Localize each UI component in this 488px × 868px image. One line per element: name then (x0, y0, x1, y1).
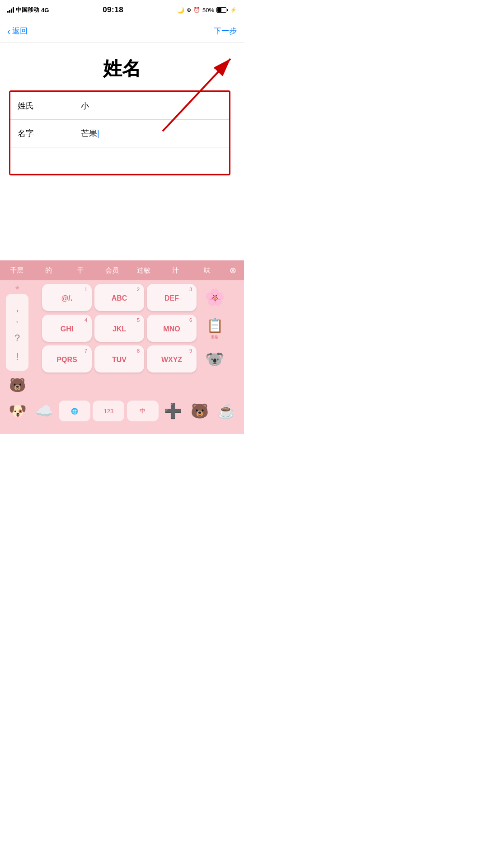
key-2-number: 2 (137, 287, 140, 292)
punctuation-key[interactable]: , ° ? ! (6, 294, 28, 371)
key-9[interactable]: 9 WXYZ (147, 345, 197, 373)
battery-label: 50% (202, 7, 214, 14)
page-title-area: 姓名 (0, 42, 244, 90)
navigation-bar: ‹ 返回 下一步 (0, 20, 244, 42)
alarm-icon: ⏰ (193, 7, 200, 13)
key-8-label: TUV (112, 356, 127, 364)
keyboard-main: ★ , ° ? ! 🐻 1 @/. (0, 280, 244, 434)
key-6-number: 6 (189, 317, 192, 323)
reorder-button[interactable]: 📋 重输 (199, 315, 230, 342)
delete-key[interactable]: 🌸 (199, 284, 230, 311)
key-4-label: GHI (61, 325, 73, 333)
keyboard-row-1: 1 @/. 2 ABC 3 DEF 🌸 (33, 284, 239, 311)
bottom-sticker-cloud: ☁️ (32, 399, 56, 423)
key-7-number: 7 (84, 348, 87, 354)
key-2[interactable]: 2 ABC (94, 284, 144, 311)
signal-icon (7, 7, 14, 13)
back-label: 返回 (12, 26, 28, 36)
key-6[interactable]: 6 MNO (147, 315, 197, 342)
bottom-sticker-plus: ➕ (161, 399, 185, 423)
globe-key[interactable]: 🌐 (59, 401, 90, 421)
lastname-label: 姓氏 (18, 100, 54, 111)
autocomplete-item-4[interactable]: 过敏 (132, 266, 155, 275)
form-area: 姓氏 小 名字 芒果 (10, 92, 229, 174)
delete-icon: 🌸 (205, 288, 225, 307)
bottom-sticker-coffee: ☕ (214, 399, 239, 423)
numpad-grid: 1 @/. 2 ABC 3 DEF 🌸 (33, 284, 239, 376)
key-3[interactable]: 3 DEF (147, 284, 197, 311)
back-button[interactable]: ‹ 返回 (7, 26, 28, 36)
star-decoration: ★ (14, 284, 20, 291)
globe-icon: 🌐 (71, 408, 78, 415)
key-4[interactable]: 4 GHI (42, 315, 92, 342)
left-side-keys: ★ , ° ? ! 🐻 (5, 284, 30, 396)
charging-icon: ⚡ (230, 7, 237, 13)
autocomplete-item-3[interactable]: 会员 (101, 266, 123, 275)
firstname-value[interactable]: 芒果 (54, 128, 222, 139)
next-button[interactable]: 下一步 (214, 26, 237, 36)
num-label: 123 (104, 408, 114, 415)
keyboard-row-2: 4 GHI 5 JKL 6 MNO 📋 重输 (33, 315, 239, 342)
key-2-label: ABC (112, 294, 127, 302)
form-row-firstname: 名字 芒果 (10, 120, 229, 147)
period-char: ° (16, 321, 18, 326)
keyboard-bottom: 🐶 ☁️ 🌐 123 中 ➕ 🐻 ☕ (2, 396, 242, 430)
moon-icon: 🌙 (177, 7, 184, 14)
autocomplete-bar: 千层 的 干 会员 过敏 汁 味 ⊗ (0, 260, 244, 280)
chinese-key[interactable]: 中 (127, 401, 159, 421)
autocomplete-item-1[interactable]: 的 (37, 266, 60, 275)
form-row-lastname: 姓氏 小 (10, 92, 229, 120)
keyboard-area: 千层 的 干 会员 过敏 汁 味 ⊗ ★ , ° ? ! 🐻 (0, 260, 244, 434)
page-title: 姓名 (0, 56, 244, 81)
key-1[interactable]: 1 @/. (42, 284, 92, 311)
firstname-label: 名字 (18, 128, 54, 139)
status-left: 中国移动 4G (7, 6, 49, 14)
autocomplete-close-button[interactable]: ⊗ (228, 265, 239, 275)
status-right: 🌙 ⊕ ⏰ 50% ⚡ (177, 7, 237, 14)
autocomplete-item-6[interactable]: 味 (196, 266, 219, 275)
key-4-number: 4 (84, 317, 87, 323)
reorder-label: 重输 (211, 335, 218, 340)
carrier-label: 中国移动 (16, 6, 39, 14)
lastname-value[interactable]: 小 (54, 100, 222, 111)
num-key[interactable]: 123 (93, 401, 124, 421)
time-label: 09:18 (103, 5, 123, 14)
bottom-sticker-bear2: 🐻 (188, 399, 212, 423)
reorder-icon: 📋 (206, 317, 223, 333)
zh-label: 中 (140, 407, 145, 415)
key-9-label: WXYZ (161, 356, 182, 364)
keyboard-row-3: 7 PQRS 8 TUV 9 WXYZ 🐨 (33, 345, 239, 373)
key-8[interactable]: 8 TUV (94, 345, 144, 373)
key-7[interactable]: 7 PQRS (42, 345, 92, 373)
key-9-number: 9 (189, 348, 192, 354)
pencil-bear-button[interactable]: 🐨 (199, 345, 230, 373)
key-8-number: 8 (137, 348, 140, 354)
autocomplete-item-0[interactable]: 千层 (5, 266, 28, 275)
key-1-label: @/. (61, 294, 73, 302)
bear-sticker-left: 🐻 (6, 373, 28, 396)
key-1-number: 1 (84, 287, 87, 292)
network-label: 4G (41, 7, 49, 14)
form-row-empty (10, 147, 229, 174)
autocomplete-item-2[interactable]: 干 (69, 266, 92, 275)
key-5[interactable]: 5 JKL (94, 315, 144, 342)
key-3-number: 3 (189, 287, 192, 292)
chevron-left-icon: ‹ (7, 27, 10, 36)
form-highlight-box: 姓氏 小 名字 芒果 (9, 90, 230, 175)
bottom-sticker-bear: 🐶 (5, 399, 30, 423)
key-5-number: 5 (137, 317, 140, 323)
bear-pencil-icon: 🐨 (205, 350, 224, 368)
comma-char: , (16, 302, 19, 314)
exclaim-char: ! (16, 351, 19, 363)
key-7-label: PQRS (56, 356, 77, 364)
key-3-label: DEF (164, 294, 179, 302)
battery-icon (216, 7, 228, 13)
status-bar: 中国移动 4G 09:18 🌙 ⊕ ⏰ 50% ⚡ (0, 0, 244, 20)
content-spacer (0, 175, 244, 248)
location-icon: ⊕ (187, 7, 191, 13)
key-5-label: JKL (113, 325, 126, 333)
autocomplete-item-5[interactable]: 汁 (164, 266, 187, 275)
key-6-label: MNO (163, 325, 180, 333)
question-char: ? (14, 332, 20, 344)
